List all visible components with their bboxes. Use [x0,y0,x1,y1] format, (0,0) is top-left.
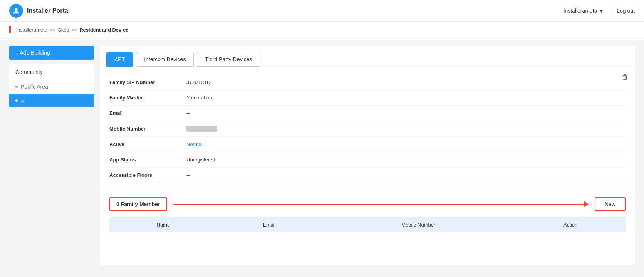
detail-label: Email [109,110,186,116]
family-member-title: 0 Family Member [109,197,167,211]
detail-label: Mobile Number [109,126,186,132]
sidebar-a-label: A [21,97,24,104]
tab-apt[interactable]: APT [106,52,133,67]
sidebar: + Add Building Community Public Area A [9,46,94,265]
detail-value [186,126,217,132]
dot-icon-active [15,99,18,102]
avatar [9,4,23,18]
dot-icon [15,86,18,88]
family-section: 0 Family Member New NameEmailMobile Numb… [100,191,635,238]
detail-rows: Family SIP Number377011312Family MasterY… [109,75,626,183]
breadcrumb-link-1[interactable]: installerameta [16,27,47,33]
sidebar-public-area-label: Public Area [21,84,48,90]
detail-value: Yumo Zhou [186,95,212,101]
dropdown-chevron-icon: ▼ [599,8,604,14]
sidebar-item-a[interactable]: A [9,94,94,107]
family-header: 0 Family Member New [109,197,626,211]
arrow-head-icon [584,201,589,207]
detail-label: Family SIP Number [109,79,186,85]
breadcrumb-current: Resident and Device [79,27,128,33]
app-title: Installer Portal [27,7,70,14]
svg-point-0 [15,8,17,10]
delete-icon[interactable]: 🗑 [622,73,629,81]
table-column-header: Action [515,217,626,232]
detail-row: Email-- [109,106,626,121]
add-building-button[interactable]: + Add Building [9,46,94,60]
tab-bar: APT Intercom Devices Third Party Devices [100,46,635,67]
header-left: Installer Portal [9,4,70,18]
sidebar-section: Community Public Area A [9,64,94,107]
detail-value: 377011312 [186,79,211,85]
detail-value: -- [186,110,190,116]
breadcrumb-sep-2: >> [71,27,77,33]
breadcrumb-sep-1: >> [50,27,55,33]
sidebar-item-public-area[interactable]: Public Area [9,80,94,94]
detail-section: 🗑 Family SIP Number377011312Family Maste… [100,67,635,191]
table-column-header: Name [109,217,217,232]
tab-intercom-devices[interactable]: Intercom Devices [136,52,194,67]
detail-label: Accessible Floors [109,172,186,178]
content-panel: APT Intercom Devices Third Party Devices… [100,46,635,265]
table-column-header: Email [217,217,322,232]
breadcrumb-bar [9,26,11,33]
table-column-header: Mobile Number [321,217,515,232]
sidebar-community-label: Community [9,64,94,80]
tab-third-party-devices[interactable]: Third Party Devices [197,52,260,67]
detail-value: -- [186,172,190,178]
user-dropdown[interactable]: installerameta ▼ [564,8,604,14]
table-header: NameEmailMobile NumberAction [109,217,626,232]
detail-row: Mobile Number [109,121,626,137]
detail-label: App Status [109,157,186,163]
new-button[interactable]: New [595,197,626,211]
detail-value: Normal [186,141,203,147]
family-arrow-line [173,201,589,207]
header: Installer Portal installerameta ▼ Log ou… [0,0,644,22]
family-table: NameEmailMobile NumberAction [109,217,626,232]
breadcrumb-link-2[interactable]: Sites [58,27,69,33]
detail-row: ActiveNormal [109,137,626,152]
detail-row: Family MasterYumo Zhou [109,90,626,106]
detail-row: Family SIP Number377011312 [109,75,626,90]
detail-label: Active [109,141,186,147]
detail-row: Accessible Floors-- [109,168,626,183]
detail-label: Family Master [109,95,186,101]
header-right: installerameta ▼ Log out [564,8,635,14]
logout-button[interactable]: Log out [610,8,635,14]
username-label: installerameta [564,8,597,14]
detail-value: Unregistered [186,157,215,163]
main-container: + Add Building Community Public Area A A… [0,38,644,273]
detail-row: App StatusUnregistered [109,152,626,168]
breadcrumb: installerameta >> Sites >> Resident and … [0,22,644,38]
arrow-line [173,204,584,205]
